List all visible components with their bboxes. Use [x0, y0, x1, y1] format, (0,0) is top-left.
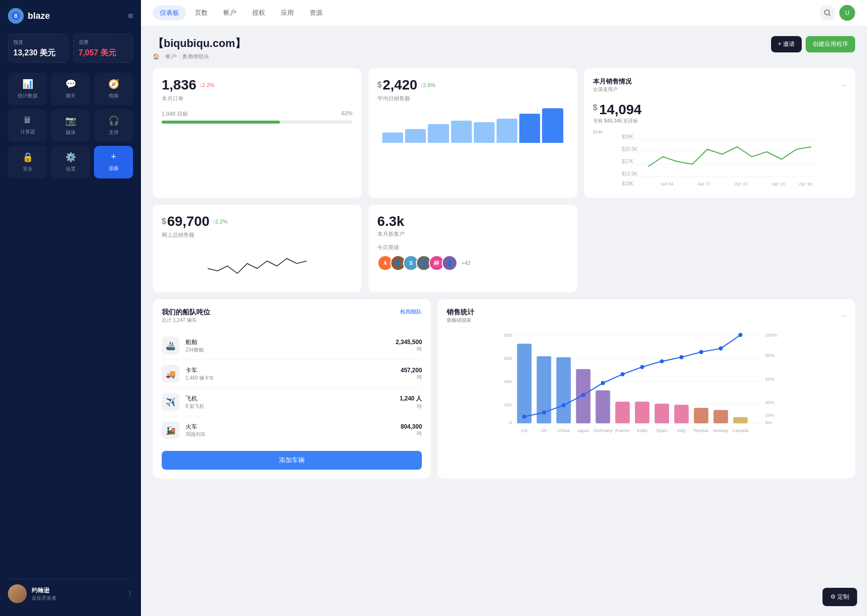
heroes-label: 今日英雄 [377, 244, 568, 251]
svg-text:Germany: Germany [593, 428, 613, 433]
fleet-truck-icon: 🚚 [162, 365, 180, 383]
sales-note: 另有 $48,346 至目标 [593, 118, 846, 125]
user-profile: 约翰逊 反应开发者 ⋮ [8, 579, 133, 608]
user-role: 反应开发者 [32, 595, 122, 602]
svg-text:0%: 0% [766, 420, 773, 425]
chat-label: 聊天 [66, 92, 76, 99]
svg-text:Apr 13: Apr 13 [772, 181, 785, 186]
menu-item-add[interactable]: + 添新 [94, 146, 133, 178]
avg-label: 平均日销售额 [377, 95, 568, 102]
fleet-train-value: 804,300 吨 [401, 423, 422, 437]
orders-card: 1,836 ↓2.2% 本月订单 1,048 目标 62% [153, 68, 362, 198]
user-menu-icon[interactable]: ⋮ [127, 590, 133, 597]
breadcrumb-home: 🏠 [153, 53, 160, 60]
add-vehicle-button[interactable]: 添加车辆 [162, 451, 422, 470]
sales-value: 14,094 [599, 102, 642, 118]
sales-chart-svg: $24K $20.5K $17K $13.5K $10K Apr 04 Apr … [593, 130, 846, 189]
svg-text:600: 600 [504, 355, 512, 361]
svg-text:Apr 07: Apr 07 [697, 181, 711, 186]
fleet-row-truck: 🚚 卡车 1,460 辆卡车 457,200 吨 [162, 360, 422, 388]
create-app-button[interactable]: 创建应用程序 [806, 36, 855, 52]
fleet-subtitle: 总计 1,247 辆车 [162, 317, 210, 324]
bar-6 [497, 119, 517, 143]
sales-line-chart: $24K $24K $20.5K $17K $13.5K $10K Apr 04… [593, 130, 846, 189]
nav-tab-仪表板[interactable]: 仪表板 [153, 5, 186, 20]
total-stat-row: $ 69,700 ↑2.2% [162, 214, 353, 229]
svg-rect-35 [655, 404, 669, 424]
media-label: 媒体 [66, 129, 76, 136]
svg-text:Spain: Spain [656, 428, 668, 433]
orders-change: ↓2.2% [199, 82, 215, 88]
fleet-train-unit: 吨 [401, 430, 422, 437]
fleet-title: 我们的船队吨位 [162, 308, 210, 317]
orders-stat-row: 1,836 ↓2.2% [162, 77, 353, 93]
svg-text:$17K: $17K [622, 159, 634, 164]
svg-text:Canada: Canada [732, 428, 749, 433]
menu-item-settings[interactable]: ⚙️ 设置 [51, 146, 90, 178]
stats-grid: 1,836 ↓2.2% 本月订单 1,048 目标 62% $ [153, 68, 855, 198]
menu-item-stats[interactable]: 📊 统计数据 [8, 73, 47, 105]
avg-change: ↑2.6% [420, 82, 436, 88]
nav-tab-页数[interactable]: 页数 [188, 5, 215, 20]
svg-text:Italy: Italy [678, 428, 686, 433]
svg-text:$24K: $24K [622, 134, 634, 139]
svg-text:UK: UK [541, 428, 548, 433]
menu-item-support[interactable]: 🎧 支持 [94, 109, 133, 142]
customize-button[interactable]: ⚙ 定制 [822, 588, 857, 606]
svg-text:Apr 10: Apr 10 [734, 181, 748, 186]
fleet-link[interactable]: 检阅舰队 [400, 308, 422, 315]
menu-item-calc[interactable]: 🖩 计算器 [8, 109, 47, 142]
nav-tab-资源[interactable]: 资源 [303, 5, 329, 20]
sales-stats-card: 销售统计 最畅销国家 ··· 800 600 400 200 0 [438, 299, 855, 479]
search-button[interactable] [820, 5, 835, 21]
fleet-train-info: 火车 36路列车 [185, 423, 206, 438]
fleet-truck-value: 457,200 吨 [401, 367, 422, 381]
heroes-section: 今日英雄 A 👤 S 👤 碎 👤 +42 [377, 244, 568, 271]
menu-grid: 📊 统计数据 💬 聊天 🧭 指南 🖩 计算器 📷 媒体 🎧 支持 🔒 安全 ⚙️… [8, 73, 133, 178]
svg-text:China: China [558, 428, 570, 433]
heroes-avatars: A 👤 S 👤 碎 👤 +42 [377, 255, 568, 271]
fleet-truck-num: 457,200 [401, 367, 422, 374]
invite-button[interactable]: + 邀请 [771, 36, 802, 52]
fleet-ship-sub: 234艘舰 [185, 347, 204, 353]
menu-item-guide[interactable]: 🧭 指南 [94, 73, 133, 105]
fleet-train-name: 火车 [185, 423, 206, 431]
svg-text:India: India [638, 428, 648, 433]
menu-item-media[interactable]: 📷 媒体 [51, 109, 90, 142]
sales-stats-more-icon[interactable]: ··· [841, 312, 846, 319]
sidebar-settings-icon[interactable]: ⊞ [128, 12, 133, 19]
svg-rect-32 [596, 390, 610, 423]
sales-prefix: $ [593, 103, 597, 112]
sales-title-section: 本月销售情况 全渠道用户 [593, 77, 632, 93]
user-avatar-button[interactable]: U [839, 5, 855, 21]
nav-tab-授权[interactable]: 授权 [245, 5, 272, 20]
sales-stats-chart-container: 800 600 400 200 0 [447, 329, 846, 442]
calc-icon: 🖩 [23, 115, 32, 126]
svg-rect-33 [615, 401, 630, 423]
svg-point-49 [699, 350, 703, 354]
svg-text:Norway: Norway [713, 428, 729, 433]
svg-point-44 [601, 381, 605, 385]
svg-rect-38 [714, 410, 728, 423]
page-title-section: 【biqubiqu.com】 🏠 › 帐户 › 奥弗维耶夫 [153, 36, 246, 60]
bar-5 [474, 122, 495, 143]
sales-stats-title: 销售统计 [447, 308, 474, 317]
menu-item-security[interactable]: 🔒 安全 [8, 146, 47, 178]
svg-point-46 [640, 365, 644, 369]
svg-text:20%: 20% [766, 412, 775, 418]
logo-text: blaze [28, 11, 50, 21]
nav-tab-应用[interactable]: 应用 [274, 5, 301, 20]
total-online-card: $ 69,700 ↑2.2% 网上总销售额 [153, 205, 362, 292]
fleet-truck-unit: 吨 [401, 374, 422, 381]
sales-stats-subtitle: 最畅销国家 [447, 317, 474, 324]
fleet-row-plane: ✈️ 飞机 8 架飞机 1,240 人 吨 [162, 388, 422, 416]
menu-item-chat[interactable]: 💬 聊天 [51, 73, 90, 105]
support-icon: 🎧 [108, 115, 119, 126]
logo: B blaze [8, 8, 50, 24]
nav-tab-帐户[interactable]: 帐户 [217, 5, 243, 20]
bar-3 [428, 124, 449, 143]
sales-more-icon[interactable]: ··· [841, 82, 846, 88]
second-row: $ 69,700 ↑2.2% 网上总销售额 6.3k 本月新客户 今日英雄 [153, 205, 855, 292]
fleet-row-ship: 🚢 船舶 234艘舰 2,345,500 吨 [162, 332, 422, 360]
total-value: 69,700 [167, 214, 210, 229]
